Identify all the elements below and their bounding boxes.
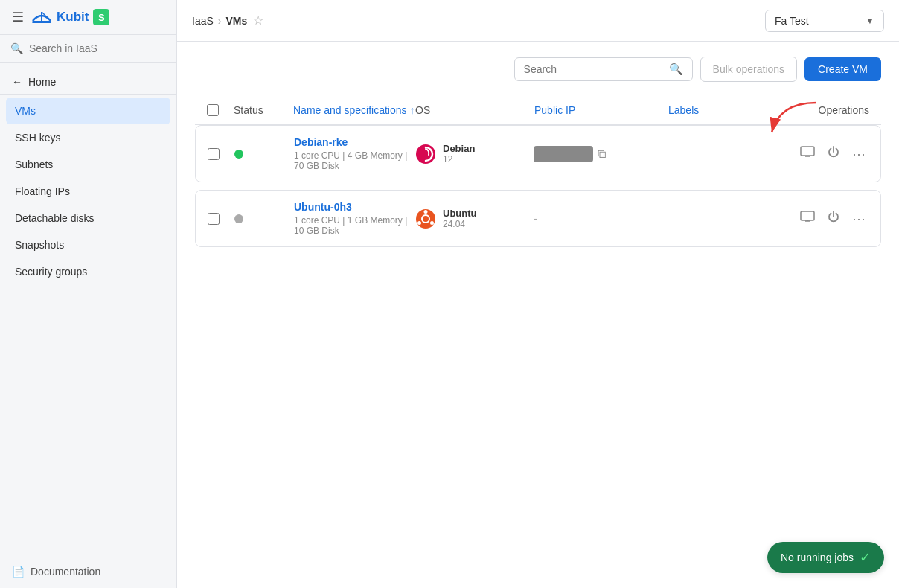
more-options-button-debian[interactable]: ⋯: [849, 144, 868, 164]
status-dot-stopped: [234, 214, 243, 223]
svg-rect-3: [801, 147, 814, 156]
nav-home-label: Home: [28, 76, 56, 88]
svg-point-10: [417, 221, 421, 225]
ops-cell-debian: ⋯: [772, 144, 868, 164]
documentation-link[interactable]: 📄 Documentation: [0, 555, 176, 588]
status-dot-running: [234, 150, 243, 159]
os-name-ubuntu: Ubuntu: [443, 208, 476, 219]
hamburger-icon[interactable]: ☰: [12, 9, 24, 25]
page-content: 🔍 Bulk operations Create VM Status Name …: [177, 42, 899, 588]
power-button-ubuntu[interactable]: [824, 208, 843, 229]
main-content: IaaS › VMs ☆ Fa Test ▼ 🔍 Bulk operations…: [177, 0, 899, 588]
sidebar-item-label-subnets: Subnets: [15, 159, 53, 170]
home-arrow-icon: ←: [12, 76, 22, 88]
bulk-operations-button[interactable]: Bulk operations: [700, 57, 798, 82]
ip-value-debian: [534, 146, 593, 162]
sidebar-item-label-vms: VMs: [15, 105, 36, 117]
ip-cell-debian: ⧉: [534, 146, 668, 162]
breadcrumb-separator: ›: [218, 15, 222, 27]
col-ops-header: Operations: [772, 104, 869, 116]
sidebar-item-label-floating-ips: Floating IPs: [15, 185, 70, 197]
table-row: Debian-rke 1 core CPU | 4 GB Memory | 70…: [195, 125, 881, 182]
sidebar-item-security-groups[interactable]: Security groups: [0, 258, 176, 285]
vm-specs-debian: 1 core CPU | 4 GB Memory | 70 GB Disk: [294, 150, 415, 171]
chevron-down-icon: ▼: [866, 16, 874, 26]
sidebar: ☰ Kubit S 🔍 ← Home VMs SSH keys Su: [0, 0, 177, 588]
sidebar-item-label-ssh: SSH keys: [15, 132, 60, 144]
doc-label: Documentation: [31, 566, 100, 578]
sort-icon: ↑: [410, 104, 415, 116]
vm-specs-ubuntu: 1 core CPU | 1 GB Memory | 10 GB Disk: [294, 215, 415, 236]
search-icon: 🔍: [669, 63, 683, 76]
jobs-label: No running jobs: [781, 552, 854, 563]
kubit-logo-icon: [31, 9, 52, 25]
vm-name-debian[interactable]: Debian-rke: [294, 136, 415, 148]
sidebar-nav: ← Home VMs SSH keys Subnets Floating IPs…: [0, 63, 176, 555]
brand-name: Kubit: [57, 10, 89, 25]
os-ver-debian: 12: [443, 154, 475, 164]
col-ip-header[interactable]: Public IP: [534, 104, 668, 116]
row-checkbox-ubuntu[interactable]: [208, 213, 220, 225]
sidebar-item-label-disks: Detachable disks: [15, 212, 95, 224]
sidebar-item-ssh-keys[interactable]: SSH keys: [0, 124, 176, 151]
status-badge-running: [234, 150, 294, 159]
debian-logo-icon: [415, 143, 437, 165]
secondary-logo: S: [93, 9, 109, 25]
ops-cell-ubuntu: ⋯: [772, 208, 868, 229]
monitor-button-debian[interactable]: [797, 144, 818, 163]
more-options-button-ubuntu[interactable]: ⋯: [849, 209, 868, 229]
power-button-debian[interactable]: [824, 144, 843, 164]
table-row: Ubuntu-0h3 1 core CPU | 1 GB Memory | 10…: [195, 190, 881, 247]
sidebar-item-detachable-disks[interactable]: Detachable disks: [0, 205, 176, 231]
row-checkbox-debian[interactable]: [208, 148, 220, 160]
project-name: Fa Test: [775, 15, 809, 27]
copy-icon[interactable]: ⧉: [598, 147, 606, 161]
topbar-right: Fa Test ▼: [765, 10, 884, 32]
favorite-star-icon[interactable]: ☆: [253, 13, 263, 28]
check-circle-icon: ✓: [860, 549, 871, 566]
svg-rect-0: [32, 21, 51, 23]
col-name-header[interactable]: Name and specifications ↑: [293, 104, 415, 116]
os-cell-debian: Debian 12: [415, 143, 534, 165]
vm-table: Status Name and specifications ↑ OS Publ…: [195, 97, 881, 247]
svg-rect-11: [801, 211, 814, 220]
create-vm-button[interactable]: Create VM: [804, 57, 881, 81]
os-ver-ubuntu: 24.04: [443, 219, 476, 229]
monitor-button-ubuntu[interactable]: [797, 209, 818, 228]
vm-name-ubuntu[interactable]: Ubuntu-0h3: [294, 201, 415, 213]
sidebar-item-subnets[interactable]: Subnets: [0, 151, 176, 178]
os-cell-ubuntu: Ubuntu 24.04: [415, 208, 534, 230]
os-name-debian: Debian: [443, 143, 475, 154]
sidebar-item-snapshots[interactable]: Snapshots: [0, 231, 176, 258]
breadcrumb-vms: VMs: [225, 15, 247, 27]
ip-dash-ubuntu: -: [534, 212, 537, 225]
col-labels-header[interactable]: Labels: [668, 104, 772, 116]
search-input[interactable]: [524, 63, 663, 75]
vm-info-debian: Debian-rke 1 core CPU | 4 GB Memory | 70…: [294, 136, 415, 171]
breadcrumb: IaaS › VMs ☆: [192, 13, 758, 28]
sidebar-item-vms[interactable]: VMs: [6, 98, 170, 124]
sidebar-header: ☰ Kubit S: [0, 0, 176, 35]
search-bar: 🔍: [514, 57, 693, 81]
jobs-badge[interactable]: No running jobs ✓: [767, 542, 884, 573]
ubuntu-logo-icon: [415, 208, 437, 230]
table-header: Status Name and specifications ↑ OS Publ…: [195, 97, 881, 125]
brand-logo: Kubit S: [31, 9, 109, 25]
sidebar-search-icon: 🔍: [10, 42, 23, 54]
breadcrumb-iaas[interactable]: IaaS: [192, 15, 214, 27]
select-all-checkbox[interactable]: [207, 104, 219, 116]
doc-icon: 📄: [12, 566, 25, 578]
col-os: OS: [415, 104, 534, 116]
sidebar-search-input[interactable]: [29, 42, 166, 54]
sidebar-item-label-security: Security groups: [15, 266, 87, 278]
sidebar-item-floating-ips[interactable]: Floating IPs: [0, 178, 176, 205]
content-header: 🔍 Bulk operations Create VM: [195, 57, 881, 82]
sidebar-search-container: 🔍: [0, 35, 176, 63]
project-selector[interactable]: Fa Test ▼: [765, 10, 884, 32]
svg-point-8: [424, 210, 428, 214]
ip-cell-ubuntu: -: [534, 212, 668, 226]
sidebar-item-label-snapshots: Snapshots: [15, 239, 64, 251]
status-badge-stopped: [234, 214, 294, 223]
svg-point-9: [430, 221, 434, 225]
nav-home[interactable]: ← Home: [0, 70, 176, 95]
